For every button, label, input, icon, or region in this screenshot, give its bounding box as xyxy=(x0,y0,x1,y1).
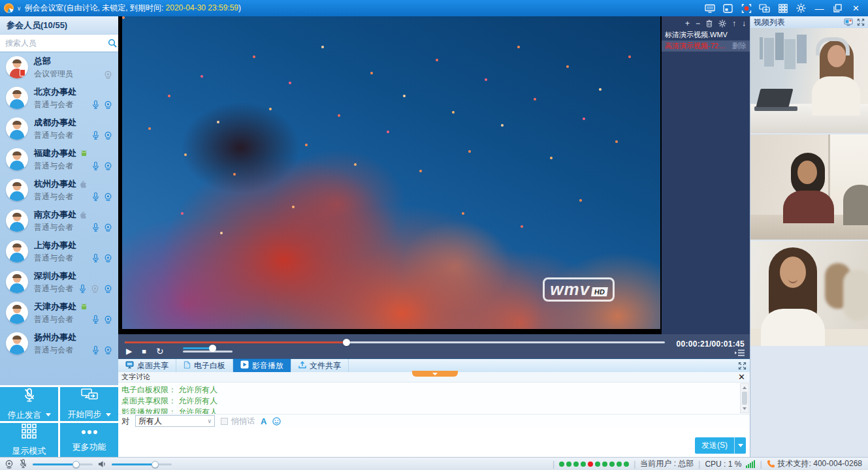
camera-icon[interactable] xyxy=(104,285,112,293)
playlist-settings-icon[interactable] xyxy=(718,20,726,27)
tab-desktop-share[interactable]: 桌面共享 xyxy=(118,359,176,372)
speaker-icon[interactable] xyxy=(98,460,106,468)
video-feed-thumbnail[interactable] xyxy=(750,134,868,240)
volume-slider[interactable] xyxy=(183,347,233,355)
participant-row[interactable]: 成都办事处普通与会者 xyxy=(0,114,118,144)
mic-muted-icon[interactable] xyxy=(19,459,27,469)
start-sync-button[interactable]: 开始同步 xyxy=(60,387,118,421)
participant-row[interactable]: 天津办事处普通与会者 xyxy=(0,298,118,328)
send-label: 发送(S) xyxy=(695,440,734,451)
camera-icon[interactable] xyxy=(91,285,99,293)
search-icon[interactable] xyxy=(108,39,122,48)
mic-icon[interactable] xyxy=(92,345,99,355)
playlist-move-down-icon[interactable]: ↓ xyxy=(742,20,746,27)
participant-row[interactable]: 杭州办事处普通与会者 xyxy=(0,175,118,206)
expand-icon[interactable] xyxy=(857,18,865,26)
mic-icon[interactable] xyxy=(92,315,99,324)
participant-row[interactable]: 福建办事处普通与会者 xyxy=(0,144,118,175)
send-dropdown-caret[interactable] xyxy=(735,444,746,447)
video-feed-thumbnail[interactable] xyxy=(750,241,868,346)
display-mode-button[interactable]: 显示模式 xyxy=(0,423,58,457)
chat-scrollbar[interactable] xyxy=(740,383,749,413)
settings-gear-icon[interactable] xyxy=(796,3,807,14)
video-feed-thumbnail[interactable] xyxy=(750,28,868,133)
desktop-share-icon[interactable] xyxy=(704,3,715,14)
camera-icon[interactable] xyxy=(104,346,112,354)
playlist-toggle-icon[interactable] xyxy=(735,349,745,356)
camera-icon[interactable] xyxy=(104,131,112,140)
mic-icon[interactable] xyxy=(92,131,99,140)
participant-row[interactable]: 北京办事处普通与会者 xyxy=(0,83,118,114)
scroll-up-arrow[interactable] xyxy=(741,384,748,391)
title-chevron-down-icon[interactable]: ∨ xyxy=(17,5,22,12)
panel-collapse-handle[interactable] xyxy=(412,371,458,377)
scroll-thumb[interactable] xyxy=(742,392,747,405)
play-button[interactable]: ▶ xyxy=(126,347,132,355)
stop-speaking-button[interactable]: 停止发言 xyxy=(0,387,58,421)
webcam-status-icon[interactable] xyxy=(5,460,14,469)
playlist-item[interactable]: 高清演示视频-720P.wmv删除 xyxy=(662,40,750,52)
send-button[interactable]: 发送(S) xyxy=(695,437,746,454)
playlist-trash-icon[interactable] xyxy=(706,20,713,27)
minimize-button[interactable]: — xyxy=(814,3,825,14)
participant-row[interactable]: 总部会议管理员 xyxy=(0,52,118,83)
participant-name: 上海办事处 xyxy=(34,240,76,251)
status-dot xyxy=(581,462,586,467)
participant-row[interactable]: 上海办事处普通与会者 xyxy=(0,236,118,267)
fullscreen-expand-icon[interactable] xyxy=(738,361,747,373)
chat-input-area[interactable]: 发送(S) xyxy=(118,428,750,458)
whisper-checkbox[interactable] xyxy=(221,418,228,425)
participant-row[interactable]: 扬州办事处普通与会者 xyxy=(0,328,118,359)
tab-file-share[interactable]: 文件共享 xyxy=(291,359,349,372)
loop-button[interactable]: ↻ xyxy=(156,347,164,355)
playlist-remove-icon[interactable]: − xyxy=(696,20,700,27)
recipient-select[interactable]: 所有人 ∨ xyxy=(135,415,215,427)
seek-handle[interactable] xyxy=(343,339,350,346)
playlist-item[interactable]: 标清演示视频.WMV xyxy=(662,29,750,40)
camera-icon[interactable] xyxy=(104,193,112,201)
sync-screens-icon[interactable] xyxy=(759,3,770,14)
speaker-volume-slider[interactable] xyxy=(112,460,172,468)
camera-icon[interactable] xyxy=(104,254,112,262)
mic-icon[interactable] xyxy=(92,223,99,232)
maximize-button[interactable] xyxy=(832,3,843,14)
emoji-icon[interactable] xyxy=(272,417,281,426)
tab-whiteboard[interactable]: 电子白板 xyxy=(176,359,233,372)
mic-icon[interactable] xyxy=(79,284,86,294)
camera-icon[interactable] xyxy=(104,70,112,79)
search-input[interactable] xyxy=(0,38,108,48)
scroll-down-arrow[interactable] xyxy=(741,405,748,413)
more-features-button[interactable]: 更多功能 xyxy=(60,423,118,457)
slider-handle[interactable] xyxy=(152,461,159,468)
font-color-button[interactable]: A xyxy=(261,416,266,426)
participant-row[interactable]: 深圳办事处普通与会者 xyxy=(0,267,118,298)
record-icon[interactable] xyxy=(741,3,752,14)
dropdown-caret-icon[interactable] xyxy=(106,413,111,416)
seek-bar[interactable] xyxy=(125,341,665,343)
mic-icon[interactable] xyxy=(92,161,99,171)
dropdown-caret-icon[interactable] xyxy=(46,413,51,416)
stop-button[interactable]: ■ xyxy=(142,347,146,355)
fish-school-graphic xyxy=(122,16,125,19)
mic-volume-slider[interactable] xyxy=(33,460,93,468)
display-mode-icon[interactable] xyxy=(777,3,788,14)
playlist-item-delete[interactable]: 删除 xyxy=(732,40,747,52)
camera-icon[interactable] xyxy=(104,315,112,324)
camera-icon[interactable] xyxy=(104,223,112,232)
camera-icon[interactable] xyxy=(104,101,112,109)
camera-icon[interactable] xyxy=(104,162,112,170)
close-button[interactable]: × xyxy=(850,3,861,14)
monitor-icon[interactable] xyxy=(844,18,853,26)
hd-badge: HD xyxy=(591,287,608,296)
playlist-move-up-icon[interactable]: ↑ xyxy=(732,20,736,27)
playlist-add-icon[interactable]: + xyxy=(685,20,690,27)
chat-close-icon[interactable]: ✕ xyxy=(738,373,750,381)
mic-icon[interactable] xyxy=(92,253,99,263)
mic-icon[interactable] xyxy=(92,100,99,110)
participant-name: 深圳办事处 xyxy=(34,270,76,282)
slider-handle[interactable] xyxy=(72,461,80,468)
whiteboard-icon[interactable] xyxy=(722,3,733,14)
participant-row[interactable]: 南京办事处普通与会者 xyxy=(0,206,118,236)
tab-media-playback[interactable]: 影音播放 xyxy=(233,359,291,372)
mic-icon[interactable] xyxy=(92,192,99,202)
